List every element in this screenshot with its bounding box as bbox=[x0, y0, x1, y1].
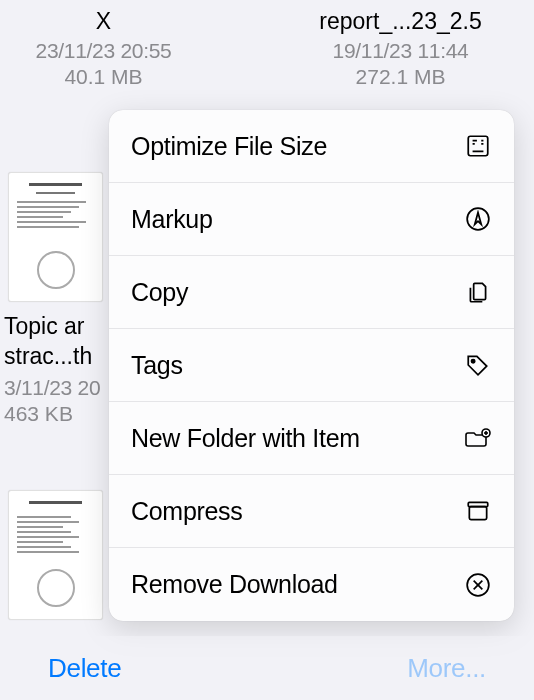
copy-icon bbox=[464, 278, 492, 306]
file-name: report_...23_2.5 bbox=[267, 8, 534, 35]
menu-item-label: New Folder with Item bbox=[131, 424, 360, 453]
file-item-right[interactable]: report_...23_2.5 19/11/23 11:44 272.1 MB bbox=[267, 8, 534, 89]
file-name-line2: strac...th bbox=[4, 342, 103, 372]
compress-icon bbox=[464, 497, 492, 525]
svg-rect-12 bbox=[468, 502, 488, 506]
menu-item-markup[interactable]: Markup bbox=[109, 183, 514, 256]
menu-item-copy[interactable]: Copy bbox=[109, 256, 514, 329]
menu-item-new-folder-with-item[interactable]: New Folder with Item bbox=[109, 402, 514, 475]
file-item-partial-2[interactable] bbox=[0, 490, 103, 620]
file-date: 23/11/23 20:55 bbox=[0, 39, 237, 63]
menu-item-label: Optimize File Size bbox=[131, 132, 327, 161]
tags-icon bbox=[464, 351, 492, 379]
file-date: 19/11/23 11:44 bbox=[267, 39, 534, 63]
file-thumbnail bbox=[8, 490, 103, 620]
svg-rect-11 bbox=[469, 507, 486, 520]
menu-item-label: Compress bbox=[131, 497, 243, 526]
file-date: 3/11/23 20 bbox=[4, 376, 103, 400]
cloud-download-icon bbox=[37, 569, 75, 607]
context-menu: Optimize File Size Markup Copy Tags New … bbox=[109, 110, 514, 621]
svg-rect-0 bbox=[468, 136, 488, 156]
svg-point-7 bbox=[472, 360, 475, 363]
menu-item-label: Markup bbox=[131, 205, 213, 234]
new-folder-icon bbox=[464, 424, 492, 452]
menu-item-tags[interactable]: Tags bbox=[109, 329, 514, 402]
menu-item-label: Tags bbox=[131, 351, 183, 380]
markup-icon bbox=[464, 205, 492, 233]
delete-button[interactable]: Delete bbox=[48, 653, 121, 684]
remove-download-icon bbox=[464, 571, 492, 599]
file-item-partial-1[interactable]: Topic ar strac...th 3/11/23 20 463 KB bbox=[0, 172, 103, 426]
optimize-file-size-icon bbox=[464, 132, 492, 160]
menu-item-remove-download[interactable]: Remove Download bbox=[109, 548, 514, 621]
files-header-row: X 23/11/23 20:55 40.1 MB report_...23_2.… bbox=[0, 0, 534, 89]
footer-toolbar: Delete More... bbox=[0, 636, 534, 700]
file-name-line1: Topic ar bbox=[4, 312, 103, 342]
file-size: 40.1 MB bbox=[0, 65, 237, 89]
menu-item-label: Copy bbox=[131, 278, 188, 307]
file-size: 272.1 MB bbox=[267, 65, 534, 89]
menu-item-optimize-file-size[interactable]: Optimize File Size bbox=[109, 110, 514, 183]
more-button[interactable]: More... bbox=[407, 653, 486, 684]
file-name: X bbox=[0, 8, 237, 35]
file-thumbnail bbox=[8, 172, 103, 302]
file-item-left[interactable]: X 23/11/23 20:55 40.1 MB bbox=[0, 8, 267, 89]
menu-item-compress[interactable]: Compress bbox=[109, 475, 514, 548]
cloud-download-icon bbox=[37, 251, 75, 289]
file-size: 463 KB bbox=[4, 402, 103, 426]
menu-item-label: Remove Download bbox=[131, 570, 338, 599]
